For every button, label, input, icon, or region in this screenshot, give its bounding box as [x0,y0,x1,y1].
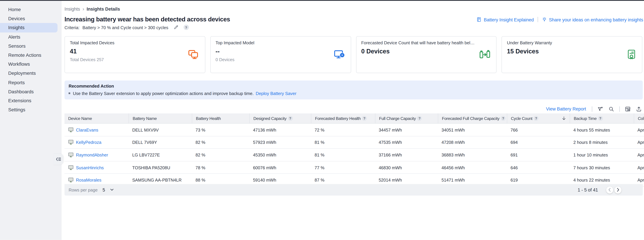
criteria-row: Criteria: Battery > 70 % and Cycle count… [64,24,189,30]
device-monitor-icon [68,165,74,170]
card-subtext: 0 Devices [216,57,346,62]
column-help-icon[interactable]: ? [288,116,292,121]
column-help-icon[interactable]: ? [501,116,506,121]
column-label: Device Name [68,116,92,120]
column-settings-icon[interactable] [625,106,631,112]
designed-capacity-cell: 59140 mWh [249,178,311,182]
column-help-icon[interactable]: ? [534,116,538,121]
sidebar-item-alerts[interactable]: Alerts [0,32,62,42]
column-header-device-name[interactable]: Device Name [64,113,129,123]
sidebar-item-remote-actions[interactable]: Remote Actions [0,50,62,60]
sidebar-item-sensors[interactable]: Sensors [0,42,62,50]
device-link[interactable]: SusanHinrichs [76,165,104,170]
criteria-value: Battery > 70 % and Cycle count > 300 cyc… [82,25,168,30]
backup-time-cell: 7 hours 30 minutes [570,165,634,170]
device-link[interactable]: ClaraEvans [76,127,98,132]
cycle-count-cell: 766 [507,127,570,132]
column-label: Cycle Count [511,116,532,120]
filter-icon[interactable] [597,106,604,112]
card-label: Under Battery Warranty [507,40,637,45]
sidebar-item-extensions[interactable]: Extensions [0,96,62,105]
forecasted-battery-health-cell: 81 % [311,140,375,145]
share-ideas-label: Share your ideas on enhancing battery in… [549,17,643,22]
card-forecasted-device-count: Forecasted Device Count that will have b… [356,36,497,73]
edit-criteria-icon[interactable] [173,24,179,30]
forecasted-full-charge-capacity-cell: 51471 mWh [438,178,507,182]
designed-capacity-cell: 57923 mWh [249,140,311,145]
forecasted-battery-health-cell: 77 % [311,165,375,170]
card-value: 41 [70,48,200,54]
column-help-icon[interactable]: ? [362,116,367,121]
devices-overlap-icon [188,49,200,60]
sidebar-item-settings[interactable]: Settings [0,105,62,114]
rows-per-page-select[interactable]: Rows per page 5 [68,187,114,192]
view-battery-report-link[interactable]: View Battery Report [546,106,586,111]
battery-insight-explained-link[interactable]: Battery Insight Explained [476,17,534,22]
sidebar-item-label: Dashboards [8,89,34,94]
table-row: RaymondAbsher LG LBV7227E 82 % 45350 mWh… [64,149,644,162]
deploy-battery-saver-link[interactable]: Deploy Battery Saver [256,91,296,96]
sidebar-item-workflows[interactable]: Workflows [0,60,62,69]
sidebar-item-home[interactable]: Home [0,5,62,14]
sidebar-item-dashboards[interactable]: Dashboards [0,87,62,96]
column-help-icon[interactable]: ? [598,116,603,121]
share-ideas-link[interactable]: Share your ideas on enhancing battery in… [542,17,643,22]
column-help-icon[interactable]: ? [417,116,422,121]
page-title: Increasing battery wear has been detecte… [64,16,230,22]
collected-time-cell: Apr 2 [634,140,644,145]
sidebar-item-label: Alerts [8,34,20,39]
card-value: -- [216,48,346,54]
column-label: Forecasted Full Charge Capacity [442,116,499,120]
sidebar-item-label: Workflows [8,62,30,66]
column-header-battery-health[interactable]: Battery Health [192,113,249,123]
column-header-forecasted-full-charge-capacity[interactable]: Forecasted Full Charge Capacity? [438,113,507,123]
column-header-collected-time[interactable]: Colle [634,113,644,123]
card-label: Forecasted Device Count that will have b… [361,40,491,45]
rows-per-page-label: Rows per page [68,187,98,192]
breadcrumb-current: Insights Details [87,6,120,12]
sidebar-collapse-button[interactable] [53,154,63,165]
table-row: ClaraEvans DELL MXV9V 73 % 47136 mWh 72 … [64,124,644,136]
table-pagination-bar: Rows per page 5 1 - 5 of 41 [64,184,643,196]
column-header-cycle-count[interactable]: Cycle Count? [507,113,570,123]
lightbulb-icon [542,17,547,22]
sidebar-item-label: Home [8,7,21,12]
device-monitor-icon [68,140,74,145]
recommended-action-banner: Recommended Action Use the Battery Saver… [64,80,643,99]
device-link[interactable]: KellyPedroza [76,140,101,145]
sidebar-item-deployments[interactable]: Deployments [0,69,62,78]
criteria-label: Criteria: [64,25,80,30]
sort-descending-icon[interactable] [562,116,566,121]
cycle-count-cell: 619 [507,178,570,182]
battery-health-cell: 78 % [192,165,249,170]
card-subtext: Total Devices 257 [70,57,200,62]
battery-health-cell: 82 % [192,152,249,157]
header-links: Battery Insight Explained Share your ide… [476,17,643,22]
forecasted-battery-health-cell: 81 % [311,152,375,157]
device-monitor-icon [68,178,74,182]
main-content: Insights › Insights Details Increasing b… [62,1,644,240]
backup-time-cell: 2 hours 8 minutes [570,140,634,145]
previous-page-button[interactable] [606,186,613,193]
search-icon[interactable] [608,106,614,112]
criteria-help-icon[interactable]: ? [184,24,189,30]
sidebar-item-devices[interactable]: Devices [0,14,62,23]
sidebar-item-insights[interactable]: Insights [0,23,58,32]
column-header-battery-name[interactable]: Battery Name [129,113,192,123]
sidebar-item-label: Devices [8,16,25,21]
column-header-designed-capacity[interactable]: Designed Capacity? [249,113,311,123]
sidebar-item-label: Deployments [8,71,36,76]
battery-health-cell: 88 % [192,178,249,182]
device-monitor-icon [68,152,74,157]
export-icon[interactable] [636,106,642,112]
next-page-button[interactable] [614,186,621,193]
column-header-full-charge-capacity[interactable]: Full Charge Capacity? [375,113,438,123]
column-header-forecasted-battery-health[interactable]: Forecasted Battery Health? [311,113,375,123]
device-link[interactable]: RosaMorales [76,178,101,182]
sidebar-item-reports[interactable]: Reports [0,78,62,87]
breadcrumb-insights[interactable]: Insights [64,6,80,12]
column-header-backup-time[interactable]: Backup Time? [570,113,634,123]
collapse-sidebar-icon [56,157,61,162]
app-window: Home Devices Insights Alerts Sensors Rem… [0,0,644,240]
device-link[interactable]: RaymondAbsher [76,152,108,157]
